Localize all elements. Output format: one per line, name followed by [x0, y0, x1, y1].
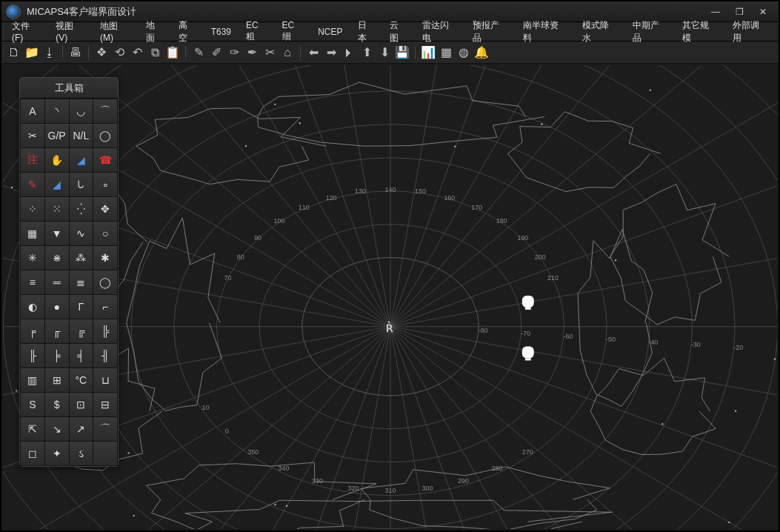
back-icon[interactable]: ⬅: [305, 44, 321, 61]
savefile-icon[interactable]: 💾: [394, 44, 410, 61]
dots4[interactable]: ⁘: [21, 197, 44, 221]
gamma2[interactable]: ⌐: [93, 295, 117, 319]
tri-down[interactable]: ▼: [45, 222, 69, 245]
dots5[interactable]: ⁙: [45, 197, 69, 221]
toolbox-panel[interactable]: 工具箱 A◝◡⌒✂G/PN/L◯注✋◢☎✎◢ᘂ∘⁘⁙⁛✥▦▼∿○✳⋇⁂✱≡═≣◯…: [19, 77, 119, 467]
menu-外部调用[interactable]: 外部调用: [725, 17, 776, 47]
text-tool[interactable]: A: [21, 99, 44, 123]
snow[interactable]: ⁂: [70, 246, 93, 270]
edit5-icon[interactable]: ✂: [261, 44, 278, 61]
disc[interactable]: ●: [45, 295, 69, 319]
empty[interactable]: [93, 442, 117, 465]
star4[interactable]: ✦: [45, 442, 69, 465]
f8[interactable]: ╢: [93, 344, 117, 368]
down-icon[interactable]: ⬇: [376, 44, 393, 61]
menu-视图(V)[interactable]: 视图(V): [48, 18, 93, 45]
edit3-icon[interactable]: ✑: [226, 44, 242, 61]
spline-tool[interactable]: ⌒: [93, 99, 117, 123]
curve2[interactable]: ⌒: [93, 417, 117, 441]
new-icon[interactable]: 🗋: [6, 44, 22, 61]
f6[interactable]: ╞: [45, 344, 69, 368]
menu-EC粗[interactable]: EC粗: [239, 18, 275, 45]
f5[interactable]: ╟: [21, 344, 44, 368]
grid-icon[interactable]: ▦: [438, 44, 454, 61]
edit4-icon[interactable]: ✒: [244, 44, 260, 61]
map-canvas[interactable]: 7080901001101201301401501601701801902002…: [3, 65, 777, 529]
menu-云图[interactable]: 云图: [382, 17, 415, 47]
move-tool[interactable]: ✥: [93, 197, 117, 221]
tri-blue[interactable]: ◢: [45, 173, 69, 196]
print-icon[interactable]: 🖶: [67, 44, 84, 61]
star8[interactable]: ✱: [93, 246, 117, 270]
gamma1[interactable]: Γ: [70, 295, 93, 319]
hand-tool[interactable]: ✋: [45, 148, 69, 172]
celsius[interactable]: °C: [70, 368, 93, 392]
f4[interactable]: ╠: [93, 319, 117, 343]
layers-icon[interactable]: ❖: [93, 44, 110, 61]
menu-文件(F)[interactable]: 文件(F): [4, 18, 48, 45]
bars2[interactable]: ═: [45, 270, 69, 294]
home-icon[interactable]: ⌂: [279, 44, 296, 61]
dot-tool[interactable]: ∘: [93, 173, 117, 196]
globe-icon[interactable]: ◍: [456, 44, 472, 61]
loop2-tool[interactable]: ᘂ: [70, 173, 93, 196]
menu-地面[interactable]: 地面: [139, 17, 171, 47]
menu-其它规模[interactable]: 其它规模: [675, 17, 725, 47]
curve-tool[interactable]: ◡: [70, 99, 93, 123]
copy-icon[interactable]: ⧉: [147, 44, 163, 61]
menu-EC细[interactable]: EC细: [275, 18, 311, 45]
menu-预报产品[interactable]: 预报产品: [465, 17, 516, 47]
play-icon[interactable]: ⏵: [341, 44, 357, 61]
cup[interactable]: ⊔: [93, 368, 117, 392]
arrow-ne[interactable]: ↗: [70, 417, 93, 441]
sync-icon[interactable]: ⟲: [111, 44, 127, 61]
arc-tool[interactable]: ◝: [45, 99, 69, 123]
save-icon[interactable]: ⭳: [41, 44, 58, 61]
menu-雷达闪电[interactable]: 雷达闪电: [415, 17, 465, 47]
arrow-se[interactable]: ↘: [45, 417, 69, 441]
pen-red[interactable]: ✎: [21, 173, 44, 196]
f7[interactable]: ╡: [70, 344, 93, 368]
grid-tool[interactable]: ▦: [21, 222, 44, 245]
arrow-nw[interactable]: ⇱: [21, 417, 44, 441]
star6[interactable]: ✳: [21, 246, 44, 270]
s-tool[interactable]: S: [21, 393, 44, 416]
hatch[interactable]: ▥: [21, 368, 44, 392]
phone-tool[interactable]: ☎: [93, 148, 117, 172]
menu-NCEP[interactable]: NCEP: [310, 24, 350, 39]
box[interactable]: ⊞: [45, 368, 69, 392]
sq[interactable]: ◻: [21, 442, 44, 465]
menu-中期产品[interactable]: 中期产品: [625, 17, 676, 47]
wave-tool[interactable]: ∿: [70, 222, 93, 245]
gp-tool[interactable]: G/P: [45, 124, 69, 147]
edit2-icon[interactable]: ✐: [208, 44, 224, 61]
edit1-icon[interactable]: ✎: [190, 44, 207, 61]
bars3b[interactable]: ≣: [70, 270, 93, 294]
ring[interactable]: ◯: [93, 270, 117, 294]
menu-日本[interactable]: 日本: [350, 17, 383, 47]
f3[interactable]: ╔: [70, 319, 93, 343]
annotate-tool[interactable]: 注: [21, 148, 44, 172]
box3[interactable]: ⊟: [93, 393, 117, 416]
paste-icon[interactable]: 📋: [164, 44, 181, 61]
menu-T639[interactable]: T639: [204, 24, 239, 39]
cut-tool[interactable]: ✂: [21, 124, 44, 147]
dots6[interactable]: ⁛: [70, 197, 93, 221]
box2[interactable]: ⊡: [70, 393, 93, 416]
bell-icon[interactable]: 🔔: [473, 44, 490, 61]
circle-tool[interactable]: ○: [93, 222, 117, 245]
f2[interactable]: ╓: [45, 319, 69, 343]
up-icon[interactable]: ⬆: [359, 44, 375, 61]
open-icon[interactable]: 📁: [24, 44, 40, 61]
star-x[interactable]: ⋇: [45, 246, 69, 270]
swirl[interactable]: ઽ: [70, 442, 93, 465]
menu-高空[interactable]: 高空: [171, 17, 204, 47]
loop-tool[interactable]: ◯: [93, 124, 117, 147]
triangle-tool[interactable]: ◢: [70, 148, 93, 172]
f1[interactable]: ╒: [21, 319, 44, 343]
chart-icon[interactable]: 📊: [420, 44, 436, 61]
menu-模式降水[interactable]: 模式降水: [575, 17, 625, 47]
forward-icon[interactable]: ➡: [323, 44, 339, 61]
bars3a[interactable]: ≡: [21, 270, 44, 294]
nl-tool[interactable]: N/L: [70, 124, 93, 147]
